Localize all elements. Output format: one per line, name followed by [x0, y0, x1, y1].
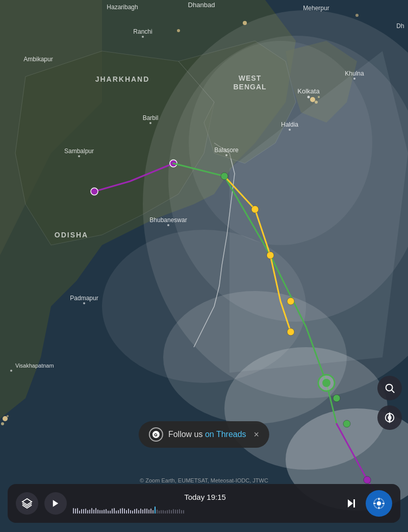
label-barbil: Barbil	[143, 114, 159, 122]
label-ranchi: Ranchi	[133, 28, 152, 35]
play-button[interactable]	[44, 492, 67, 515]
timeline[interactable]	[73, 504, 337, 515]
label-padmapur: Padmapur	[70, 295, 98, 302]
label-bengal: BENGAL	[233, 83, 266, 91]
compass-button[interactable]	[377, 405, 402, 430]
label-khulna: Khulna	[345, 70, 364, 77]
label-ambikapur: Ambikapur	[23, 56, 53, 63]
svg-point-25	[267, 252, 274, 259]
right-controls	[377, 376, 402, 430]
svg-point-41	[167, 224, 169, 226]
svg-point-35	[308, 96, 310, 99]
svg-point-43	[10, 370, 12, 372]
svg-point-21	[7, 415, 9, 417]
svg-line-45	[392, 390, 394, 393]
label-kolkata: Kolkata	[297, 87, 320, 95]
svg-point-17	[243, 21, 247, 25]
svg-point-44	[386, 384, 393, 391]
svg-point-15	[318, 96, 320, 98]
notification-close[interactable]: ×	[254, 429, 260, 440]
svg-point-32	[343, 420, 350, 427]
notification-bar: Follow us on Threads ×	[139, 421, 269, 448]
svg-point-33	[364, 476, 371, 483]
skip-button[interactable]	[343, 495, 360, 512]
svg-point-40	[225, 154, 227, 156]
svg-point-42	[83, 302, 85, 304]
svg-point-37	[149, 122, 151, 124]
svg-point-22	[91, 188, 98, 195]
svg-point-24	[251, 206, 259, 213]
svg-marker-47	[389, 414, 391, 418]
satellite-button[interactable]	[366, 490, 392, 517]
svg-point-20	[1, 422, 4, 425]
svg-point-34	[142, 36, 144, 38]
threads-icon	[149, 427, 163, 442]
svg-point-53	[377, 501, 381, 506]
svg-point-13	[310, 97, 315, 102]
label-jharkhand: JHARKHAND	[95, 75, 150, 83]
label-hazaribagh: Hazaribagh	[107, 4, 138, 11]
svg-point-14	[315, 101, 318, 104]
svg-marker-51	[348, 499, 353, 507]
time-label: Today 19:15	[184, 493, 226, 501]
svg-point-26	[287, 298, 294, 305]
svg-point-18	[355, 14, 359, 17]
svg-marker-48	[389, 418, 391, 422]
copyright-text: © Zoom Earth, EUMETSAT, Meteosat-IODC, J…	[140, 477, 268, 483]
svg-point-19	[3, 416, 8, 421]
label-sambalpur: Sambalpur	[64, 148, 94, 155]
svg-point-28	[221, 173, 228, 180]
svg-rect-52	[353, 499, 355, 507]
svg-point-27	[287, 328, 294, 335]
svg-point-39	[78, 155, 80, 157]
player-bar: Today 19:15	[8, 484, 400, 523]
label-west-bengal: WEST	[239, 74, 261, 82]
timeline-ticks	[73, 505, 337, 514]
svg-point-16	[177, 29, 180, 32]
label-odisha: ODISHA	[55, 231, 88, 239]
label-balasore: Balasore	[214, 147, 239, 154]
map-container: Hazaribagh Dhanbad Meherpur Dh Ranchi Am…	[0, 0, 408, 532]
svg-point-38	[289, 129, 291, 131]
svg-marker-50	[53, 500, 59, 507]
label-meherpur: Meherpur	[303, 5, 329, 12]
svg-point-30	[322, 379, 330, 387]
notification-text: Follow us on Threads	[168, 430, 246, 439]
player-center: Today 19:15	[73, 493, 337, 515]
layers-button[interactable]	[16, 492, 38, 515]
label-haldia: Haldia	[281, 121, 298, 128]
svg-point-36	[353, 78, 355, 80]
map-svg: Hazaribagh Dhanbad Meherpur Dh Ranchi Am…	[0, 0, 408, 532]
label-bhubaneswar: Bhubaneswar	[149, 216, 187, 224]
search-button[interactable]	[377, 376, 402, 400]
label-visakhapatnam: Visakhapatnam	[15, 362, 54, 369]
svg-point-31	[333, 395, 340, 402]
label-dhanbad: Dhanbad	[188, 1, 215, 9]
label-dh: Dh	[396, 22, 404, 30]
